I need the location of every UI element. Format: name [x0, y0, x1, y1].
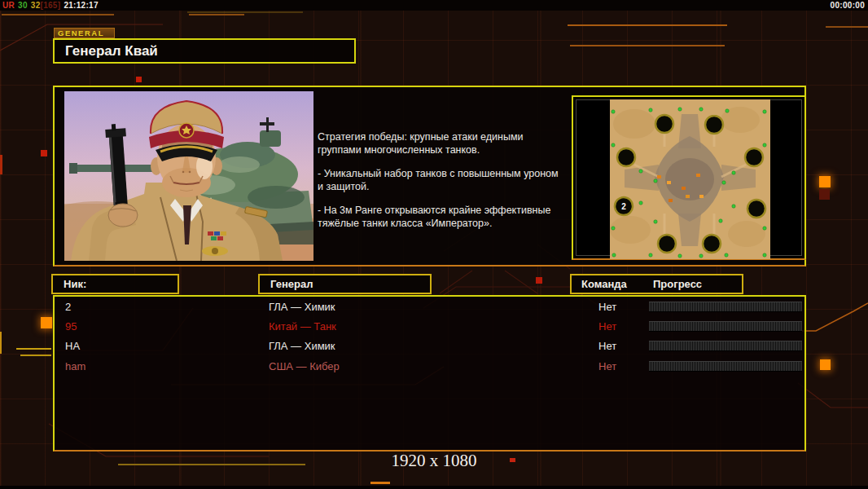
header-team-progress: Команда Прогресс — [570, 274, 743, 294]
description-paragraph: Стратегия победы: крупные атаки едиными … — [318, 130, 586, 156]
player-row: 95 Китай — Танк Нет — [55, 319, 804, 338]
player-general: ГЛА — Химик — [269, 340, 335, 352]
player-general: США — Кибер — [269, 360, 340, 372]
decor-orange-square — [820, 359, 831, 370]
player-general: ГЛА — Химик — [269, 301, 335, 313]
decor-line — [2, 14, 114, 15]
decor-line — [826, 26, 868, 28]
decor-darkred-square — [819, 189, 830, 200]
player-row: ham США — Кибер Нет — [55, 359, 804, 378]
player-nick: 2 — [65, 301, 71, 313]
decor-edge-bar — [0, 332, 2, 354]
header-general: Генерал — [258, 274, 432, 294]
player-general: Китай — Танк — [269, 320, 336, 333]
player-row: 2 ГЛА — Химик Нет — [55, 299, 804, 319]
player-team: Нет — [598, 320, 616, 333]
status-part: 32 — [31, 1, 41, 10]
portrait-illustration — [64, 91, 313, 261]
decor-line — [189, 14, 244, 15]
decor-red-square — [536, 277, 542, 284]
map-thumbnail: 2 — [610, 99, 770, 259]
player-team: Нет — [598, 360, 616, 372]
player-progress-bar — [649, 361, 802, 372]
player-progress-bar — [649, 302, 802, 312]
bottom-bar — [0, 486, 868, 489]
session-status: UR3032[165]21:12:17 — [2, 1, 102, 10]
players-table: 2 ГЛА — Химик Нет 95 Китай — Танк Нет НА… — [53, 295, 806, 452]
map-preview: 2 — [572, 95, 806, 260]
top-status-bar: UR3032[165]21:12:17 00:00:00 — [0, 0, 868, 11]
player-nick: 95 — [65, 320, 77, 333]
general-tab-label: GENERAL — [54, 28, 115, 38]
general-description: Стратегия победы: крупные атаки едиными … — [318, 130, 586, 240]
resolution-label: 1920 x 1080 — [0, 451, 868, 471]
decor-orange-square — [819, 176, 831, 187]
status-part: [165] — [41, 1, 61, 10]
decor-line — [570, 45, 725, 46]
decor-line — [370, 482, 390, 484]
player-row: НА ГЛА — Химик Нет — [55, 338, 804, 358]
general-portrait — [64, 91, 313, 261]
player-team: Нет — [598, 340, 616, 352]
description-paragraph: - Уникальный набор танков с повышенным у… — [318, 167, 586, 193]
player-progress-bar — [649, 321, 802, 332]
decor-edge-bar — [0, 155, 2, 174]
decor-line — [16, 348, 51, 350]
header-team-label: Команда — [581, 278, 627, 290]
start-position-marker: 2 — [621, 202, 626, 211]
decor-red-square — [136, 77, 142, 82]
decor-red-square — [41, 150, 47, 156]
decor-line — [20, 355, 51, 356]
header-nick: Ник: — [51, 274, 179, 294]
decor-line — [568, 24, 727, 26]
player-progress-bar — [649, 341, 802, 351]
general-info-panel: Стратегия победы: крупные атаки едиными … — [53, 86, 806, 267]
decor-orange-square — [41, 317, 52, 328]
general-name: Генерал Квай — [65, 43, 158, 59]
description-paragraph: - На 3м Ранге открываются крайне эффекти… — [318, 204, 586, 230]
match-timer: 00:00:00 — [831, 1, 865, 10]
loading-screen: { "status_bar": { "session_parts": [ {"t… — [0, 0, 868, 489]
player-nick: НА — [65, 340, 80, 352]
header-progress-label: Прогресс — [653, 278, 702, 290]
general-title-box: Генерал Квай — [53, 38, 356, 64]
status-part: UR — [2, 1, 15, 10]
status-clock: 21:12:17 — [64, 1, 98, 10]
player-team: Нет — [598, 301, 616, 313]
status-part: 30 — [18, 1, 28, 10]
player-nick: ham — [65, 360, 85, 372]
